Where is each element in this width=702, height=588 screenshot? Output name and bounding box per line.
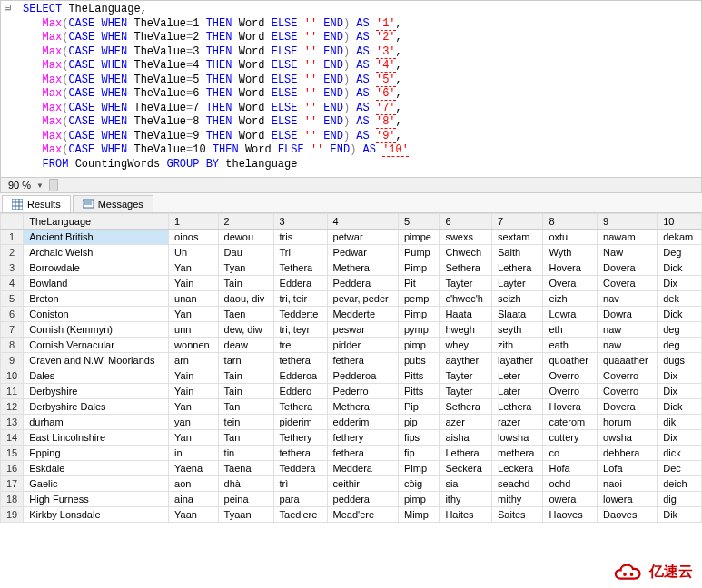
grid-cell[interactable]: Tethera	[273, 399, 327, 415]
grid-cell[interactable]: Tayter	[440, 384, 492, 399]
grid-cell[interactable]: Tayter	[440, 276, 492, 291]
grid-cell[interactable]: Cornish (Kemmyn)	[24, 322, 169, 338]
grid-cell[interactable]: Un	[169, 245, 219, 260]
grid-cell[interactable]: Methera	[327, 260, 398, 276]
grid-cell[interactable]: fethera	[327, 446, 398, 461]
grid-cell[interactable]: pimpe	[398, 230, 439, 245]
grid-cell[interactable]: Meddera	[327, 461, 398, 476]
table-row[interactable]: 17Gaelicaondhàtrìceithircòigsiaseachdoch…	[1, 476, 702, 492]
grid-cell[interactable]: Dix	[658, 430, 702, 446]
grid-cell[interactable]: wonnen	[169, 338, 219, 353]
grid-cell[interactable]: Deg	[658, 245, 702, 260]
grid-cell[interactable]: Dick	[658, 307, 702, 322]
grid-cell[interactable]: Archaic Welsh	[24, 245, 169, 260]
grid-cell[interactable]: Pitts	[398, 384, 439, 399]
grid-cell[interactable]: Yan	[169, 399, 219, 415]
grid-cell[interactable]: Dix	[658, 368, 702, 384]
grid-cell[interactable]: Pedderoa	[327, 368, 398, 384]
column-header[interactable]: 7	[492, 214, 543, 230]
row-header[interactable]: 17	[1, 476, 24, 492]
grid-cell[interactable]: Dales	[24, 368, 169, 384]
grid-cell[interactable]: Teddera	[273, 461, 327, 476]
table-row[interactable]: 5Bretonunandaou, divtri, teirpevar, pede…	[1, 291, 702, 307]
grid-cell[interactable]: dick	[658, 446, 702, 461]
grid-cell[interactable]: Taen	[218, 307, 273, 322]
grid-cell[interactable]: tethera	[273, 353, 327, 368]
grid-cell[interactable]: oinos	[169, 230, 219, 245]
row-header[interactable]: 8	[1, 338, 24, 353]
grid-cell[interactable]: fethery	[327, 430, 398, 446]
grid-cell[interactable]: pimp	[398, 338, 439, 353]
table-row[interactable]: 8Cornish Vernacularwonnendeawtrepidderpi…	[1, 338, 702, 353]
grid-cell[interactable]: Coverro	[598, 368, 658, 384]
grid-cell[interactable]: Dovera	[598, 399, 658, 415]
grid-cell[interactable]: pip	[398, 415, 439, 430]
grid-cell[interactable]: Layter	[492, 276, 543, 291]
row-header[interactable]: 5	[1, 291, 24, 307]
grid-cell[interactable]: Medderte	[327, 307, 398, 322]
grid-cell[interactable]: dek	[658, 291, 702, 307]
grid-cell[interactable]: Daoves	[598, 507, 658, 523]
grid-cell[interactable]: Hofa	[543, 461, 598, 476]
grid-cell[interactable]: pubs	[398, 353, 439, 368]
grid-cell[interactable]: Dix	[658, 384, 702, 399]
grid-cell[interactable]: Eddero	[273, 384, 327, 399]
grid-cell[interactable]: tarn	[218, 353, 273, 368]
grid-cell[interactable]: mithy	[492, 492, 543, 507]
grid-cell[interactable]: unn	[169, 322, 219, 338]
grid-cell[interactable]: Hovera	[543, 399, 598, 415]
grid-cell[interactable]: seizh	[492, 291, 543, 307]
grid-cell[interactable]: ceithir	[327, 476, 398, 492]
sql-editor[interactable]: ⊟ SELECT TheLanguage, Max(CASE WHEN TheV…	[1, 1, 701, 177]
row-header[interactable]: 15	[1, 446, 24, 461]
grid-cell[interactable]: Taena	[218, 461, 273, 476]
column-header[interactable]: 9	[598, 214, 658, 230]
grid-cell[interactable]: Epping	[24, 446, 169, 461]
grid-cell[interactable]: pevar, peder	[327, 291, 398, 307]
grid-cell[interactable]: Pederro	[327, 384, 398, 399]
grid-cell[interactable]: owera	[543, 492, 598, 507]
grid-cell[interactable]: para	[273, 492, 327, 507]
grid-cell[interactable]: eth	[543, 322, 598, 338]
table-row[interactable]: 11DerbyshireYainTainEdderoPederroPittsTa…	[1, 384, 702, 399]
grid-cell[interactable]: lowera	[598, 492, 658, 507]
sql-code[interactable]: SELECT TheLanguage, Max(CASE WHEN TheVal…	[1, 3, 701, 172]
grid-cell[interactable]: ithy	[440, 492, 492, 507]
grid-cell[interactable]: aina	[169, 492, 219, 507]
grid-cell[interactable]: cuttery	[543, 430, 598, 446]
grid-cell[interactable]: sextam	[492, 230, 543, 245]
row-header[interactable]: 9	[1, 353, 24, 368]
grid-cell[interactable]: Tan	[218, 399, 273, 415]
grid-cell[interactable]: razer	[492, 415, 543, 430]
table-row[interactable]: 1Ancient Britishoinosdewoutrispetwarpimp…	[1, 230, 702, 245]
grid-cell[interactable]: Taed'ere	[273, 507, 327, 523]
table-row[interactable]: 10DalesYainTainEdderoaPedderoaPittsTayte…	[1, 368, 702, 384]
grid-cell[interactable]: Mimp	[398, 507, 439, 523]
row-header[interactable]: 3	[1, 260, 24, 276]
grid-cell[interactable]: ochd	[543, 476, 598, 492]
grid-cell[interactable]: Gaelic	[24, 476, 169, 492]
column-header[interactable]: 6	[440, 214, 492, 230]
grid-cell[interactable]: East Lincolnshire	[24, 430, 169, 446]
grid-cell[interactable]: Dik	[658, 507, 702, 523]
grid-cell[interactable]: peina	[218, 492, 273, 507]
grid-cell[interactable]: owsha	[598, 430, 658, 446]
grid-cell[interactable]: caterom	[543, 415, 598, 430]
grid-cell[interactable]: Haoves	[543, 507, 598, 523]
grid-cell[interactable]: Haites	[440, 507, 492, 523]
grid-cell[interactable]: aisha	[440, 430, 492, 446]
grid-cell[interactable]: Tyaan	[218, 507, 273, 523]
grid-cell[interactable]: Sethera	[440, 399, 492, 415]
grid-cell[interactable]: Seckera	[440, 461, 492, 476]
grid-cell[interactable]: Methera	[327, 399, 398, 415]
grid-cell[interactable]: seachd	[492, 476, 543, 492]
column-header[interactable]: 4	[327, 214, 398, 230]
row-header[interactable]: 12	[1, 399, 24, 415]
tab-results[interactable]: Results	[2, 195, 71, 212]
grid-cell[interactable]: Pimp	[398, 260, 439, 276]
grid-cell[interactable]: sia	[440, 476, 492, 492]
grid-cell[interactable]: pimp	[398, 492, 439, 507]
grid-cell[interactable]: Sethera	[440, 260, 492, 276]
grid-cell[interactable]: pymp	[398, 322, 439, 338]
grid-cell[interactable]: dewou	[218, 230, 273, 245]
